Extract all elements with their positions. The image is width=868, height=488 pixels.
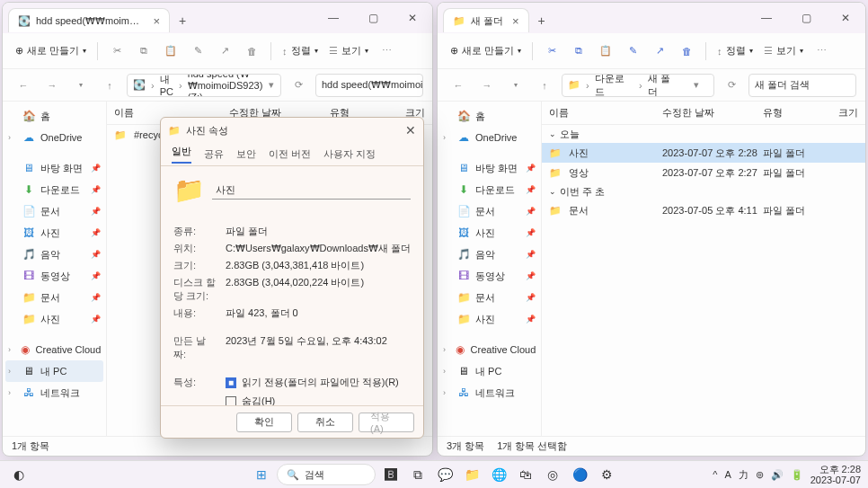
side-downloads[interactable]: ⬇다운로드📌 [438,179,541,200]
side-ccf[interactable]: ›◉Creative Cloud File [438,339,541,360]
side-docs2[interactable]: 📁문서📌 [3,287,106,308]
address-bar[interactable]: 📁 › 다운로드 › 새 폴더 ▾ [562,74,714,97]
close-icon[interactable]: ✕ [405,123,416,138]
fwd-button[interactable]: → [40,74,64,97]
chat-icon[interactable]: 💬 [433,463,456,486]
paste-icon[interactable]: 📋 [594,39,617,64]
side-ccf[interactable]: ›◉Creative Cloud File [3,339,106,360]
tray-chevron-icon[interactable]: ^ [713,469,717,480]
back-button[interactable]: ← [12,74,35,97]
ime-mode-icon[interactable]: 力 [739,468,748,482]
side-home[interactable]: 🏠홈 [3,105,106,127]
side-onedrive[interactable]: ›☁OneDrive [3,127,106,148]
addr-drop-icon[interactable]: ▾ [268,75,275,96]
share-icon[interactable]: ↗ [213,39,236,64]
new-button[interactable]: ⊕새로 만들기▾ [447,39,525,64]
taskview-icon[interactable]: ⧉ [406,463,430,486]
refresh-button[interactable]: ⟳ [720,74,743,97]
side-docs2[interactable]: 📁문서📌 [438,287,541,308]
tab[interactable]: 💽 hdd speed(₩₩moimoiDS923) × [8,8,170,32]
minimize-button[interactable]: — [314,3,353,32]
side-thispc[interactable]: ›🖥내 PC [5,360,103,382]
recent-button[interactable]: ▾ [504,74,527,97]
taskbar-search[interactable]: 🔍검색 [277,464,376,485]
side-videos[interactable]: 🎞동영상📌 [3,265,106,287]
search-input[interactable]: 새 폴더 검색 [748,74,856,97]
tab-custom[interactable]: 사용자 지정 [323,147,376,161]
tab-share[interactable]: 공유 [204,147,224,161]
app-icon[interactable]: 🔵 [568,463,591,486]
address-bar[interactable]: 💽 › 내 PC › hdd speed (₩₩moimoiDS923) (Z:… [127,74,281,97]
ime-icon[interactable]: A [724,469,731,480]
start-icon[interactable]: ⊞ [250,463,273,486]
tab-prev[interactable]: 이전 버전 [269,147,311,161]
side-pics2[interactable]: 📁사진📌 [3,308,106,330]
side-downloads[interactable]: ⬇다운로드📌 [3,179,106,200]
more-icon[interactable]: ⋯ [810,39,834,64]
app-icon[interactable]: ◎ [541,463,564,486]
side-pics2[interactable]: 📁사진📌 [438,308,541,330]
side-desktop[interactable]: 🖥바탕 화면📌 [438,157,541,179]
file-row[interactable]: 📁 문서 2023-07-05 오후 4:11 파일 폴더 [542,200,865,220]
delete-icon[interactable]: 🗑 [240,39,263,64]
new-tab-button[interactable]: + [170,8,195,32]
battery-icon[interactable]: 🔋 [791,469,803,481]
more-icon[interactable]: ⋯ [376,39,399,64]
maximize-button[interactable]: ▢ [786,3,826,32]
paste-icon[interactable]: 📋 [159,39,182,64]
copy-icon[interactable]: ⧉ [132,39,155,64]
close-tab-icon[interactable]: × [153,14,160,28]
back-button[interactable]: ← [447,74,470,97]
file-row[interactable]: 📁 사진 2023-07-07 오후 2:28 파일 폴더 [542,143,865,163]
hidden-checkbox[interactable]: 숨김(H) [226,395,411,405]
tab-security[interactable]: 보안 [236,147,256,161]
tab[interactable]: 📁 새 폴더 × [443,8,529,32]
minimize-button[interactable]: — [747,3,786,32]
side-music[interactable]: 🎵음악📌 [438,244,541,265]
edge-icon[interactable]: 🌐 [487,463,510,486]
wifi-icon[interactable]: ⊚ [756,469,764,481]
cut-icon[interactable]: ✂ [540,39,563,64]
view-button[interactable]: ☰ 보기 ▾ [325,39,372,64]
store-icon[interactable]: 🛍 [514,463,537,486]
side-pictures[interactable]: 🖼사진📌 [438,222,541,244]
up-button[interactable]: ↑ [533,74,556,97]
side-videos[interactable]: 🎞동영상📌 [438,265,541,287]
bing-icon[interactable]: 🅱 [379,463,403,486]
cancel-button[interactable]: 취소 [297,413,353,432]
close-button[interactable]: ✕ [826,3,865,32]
side-network[interactable]: ›🖧네트워크 [3,382,106,404]
view-button[interactable]: ☰ 보기 ▾ [760,39,807,64]
close-button[interactable]: ✕ [393,3,432,32]
rename-icon[interactable]: ✎ [186,39,209,64]
widgets-icon[interactable]: ◐ [7,463,31,486]
side-network[interactable]: ›🖧네트워크 [438,382,541,404]
app-icon[interactable]: ⚙ [595,463,618,486]
cut-icon[interactable]: ✂ [105,39,128,64]
side-home[interactable]: 🏠홈 [438,105,541,127]
group-today[interactable]: ⌄오늘 [542,125,865,143]
new-button[interactable]: ⊕새로 만들기▾ [12,39,90,64]
recent-button[interactable]: ▾ [69,74,93,97]
fwd-button[interactable]: → [475,74,499,97]
explorer-icon[interactable]: 📁 [460,463,483,486]
share-icon[interactable]: ↗ [648,39,671,64]
readonly-checkbox[interactable]: ■읽기 전용(폴더의 파일에만 적용)(R) [226,376,411,389]
delete-icon[interactable]: 🗑 [675,39,698,64]
column-headers[interactable]: 이름 수정한 날짜 유형 크기 [542,102,865,125]
sort-button[interactable]: ↕ 정렬 ▾ [279,39,322,64]
up-button[interactable]: ↑ [98,74,121,97]
side-desktop[interactable]: 🖥바탕 화면📌 [3,157,106,179]
rename-icon[interactable]: ✎ [621,39,644,64]
group-thisweek[interactable]: ⌄이번 주 초 [542,182,865,200]
addr-drop-icon[interactable]: ▾ [685,75,708,96]
copy-icon[interactable]: ⧉ [567,39,590,64]
sort-button[interactable]: ↕ 정렬 ▾ [713,39,757,64]
refresh-button[interactable]: ⟳ [287,74,310,97]
side-documents[interactable]: 📄문서📌 [3,200,106,222]
apply-button[interactable]: 적용(A) [359,413,414,432]
file-row[interactable]: 📁 영상 2023-07-07 오후 2:27 파일 폴더 [542,163,865,182]
volume-icon[interactable]: 🔊 [771,469,784,481]
new-tab-button[interactable]: + [529,8,554,32]
clock[interactable]: 오후 2:28 2023-07-07 [810,464,861,485]
